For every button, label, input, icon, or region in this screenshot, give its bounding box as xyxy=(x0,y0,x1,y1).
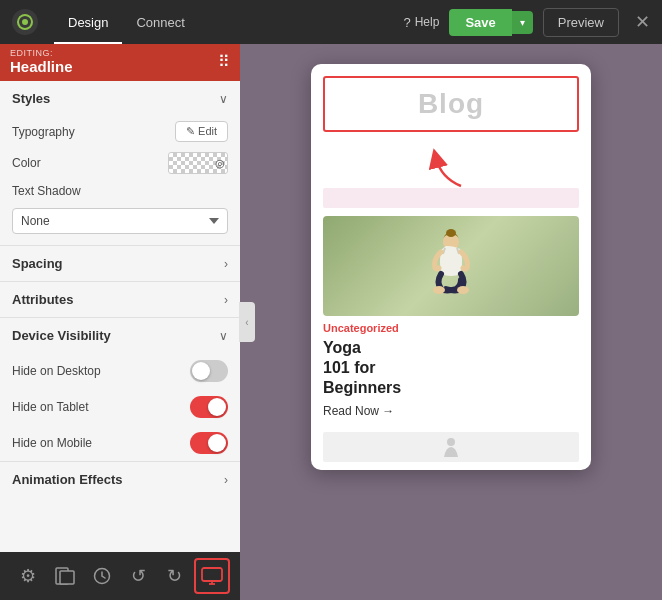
screen-icon[interactable] xyxy=(194,558,230,594)
tab-design[interactable]: Design xyxy=(54,0,122,44)
svg-point-12 xyxy=(447,438,455,446)
editing-element: Headline xyxy=(10,58,73,75)
animation-effects-section-header[interactable]: Animation Effects › xyxy=(0,461,240,497)
styles-section-title: Styles xyxy=(12,91,50,106)
bottom-snippet xyxy=(323,432,579,462)
card-image xyxy=(323,216,579,316)
panel-collapse-handle[interactable]: ‹ xyxy=(239,302,255,342)
main-area: EDITING: Headline ⠿ Styles ∨ Typography … xyxy=(0,44,662,600)
topbar-right: ? Help Save ▾ Preview ✕ xyxy=(403,8,650,37)
hide-desktop-label: Hide on Desktop xyxy=(12,364,101,378)
editing-dots[interactable]: ⠿ xyxy=(218,52,230,71)
save-button-group: Save ▾ xyxy=(449,9,532,36)
layers-icon[interactable] xyxy=(47,558,83,594)
typography-row: Typography ✎ Edit xyxy=(0,116,240,147)
hide-desktop-knob xyxy=(192,362,210,380)
undo-icon[interactable]: ↺ xyxy=(120,558,156,594)
card-content: Uncategorized Yoga101 forBeginners Read … xyxy=(323,316,579,424)
hide-tablet-knob xyxy=(208,398,226,416)
yoga-figure-svg xyxy=(421,224,481,309)
attributes-section-title: Attributes xyxy=(12,292,73,307)
pink-divider xyxy=(323,188,579,208)
editing-label: EDITING: xyxy=(10,48,73,58)
color-picker-icon: ◎ xyxy=(215,157,225,170)
color-swatch[interactable]: ◎ xyxy=(168,152,228,174)
save-button[interactable]: Save xyxy=(449,9,511,36)
card-title: Yoga101 forBeginners xyxy=(323,338,579,398)
card-image-inner xyxy=(323,216,579,316)
blog-card: Uncategorized Yoga101 forBeginners Read … xyxy=(323,216,579,424)
typography-label: Typography xyxy=(12,125,75,139)
help-button[interactable]: ? Help xyxy=(403,15,439,30)
blog-title: Blog xyxy=(418,88,484,119)
hide-desktop-toggle[interactable] xyxy=(190,360,228,382)
hide-tablet-row: Hide on Tablet xyxy=(0,389,240,425)
canvas-area: ‹ Blog xyxy=(240,44,662,600)
bottom-toolbar: ⚙ ↺ ↻ xyxy=(0,552,240,600)
device-visibility-title: Device Visibility xyxy=(12,328,111,343)
text-shadow-row: Text Shadow xyxy=(0,179,240,203)
app-logo xyxy=(12,9,38,35)
animation-effects-chevron: › xyxy=(224,473,228,487)
topbar-tabs: Design Connect xyxy=(54,0,199,44)
styles-section-header[interactable]: Styles ∨ xyxy=(0,81,240,116)
editing-bar: EDITING: Headline ⠿ xyxy=(0,44,240,81)
spacing-chevron: › xyxy=(224,257,228,271)
svg-point-10 xyxy=(433,286,445,294)
attributes-chevron: › xyxy=(224,293,228,307)
svg-point-1 xyxy=(22,19,28,25)
card-category: Uncategorized xyxy=(323,322,579,334)
history-icon[interactable] xyxy=(84,558,120,594)
hide-tablet-label: Hide on Tablet xyxy=(12,400,89,414)
panel-scroll: Styles ∨ Typography ✎ Edit Color ◎ Text … xyxy=(0,81,240,552)
card-read-link[interactable]: Read Now → xyxy=(323,404,579,418)
hide-desktop-row: Hide on Desktop xyxy=(0,353,240,389)
device-visibility-chevron: ∨ xyxy=(219,329,228,343)
color-label: Color xyxy=(12,156,41,170)
preview-button[interactable]: Preview xyxy=(543,8,619,37)
svg-point-11 xyxy=(457,286,469,294)
attributes-section-header[interactable]: Attributes › xyxy=(0,281,240,317)
color-row: Color ◎ xyxy=(0,147,240,179)
blog-header-element[interactable]: Blog xyxy=(323,76,579,132)
arrow-container xyxy=(311,144,591,188)
left-panel: EDITING: Headline ⠿ Styles ∨ Typography … xyxy=(0,44,240,600)
pointer-arrow xyxy=(421,148,481,188)
svg-point-9 xyxy=(446,229,456,237)
spacing-section-title: Spacing xyxy=(12,256,63,271)
text-shadow-dropdown-row: None xyxy=(0,203,240,239)
mobile-preview-frame: Blog xyxy=(311,64,591,470)
svg-rect-5 xyxy=(202,568,222,581)
hide-mobile-knob xyxy=(208,434,226,452)
hide-mobile-toggle[interactable] xyxy=(190,432,228,454)
hide-tablet-toggle[interactable] xyxy=(190,396,228,418)
animation-effects-title: Animation Effects xyxy=(12,472,123,487)
text-shadow-select[interactable]: None xyxy=(12,208,228,234)
styles-chevron: ∨ xyxy=(219,92,228,106)
bottom-snippet-figure xyxy=(436,437,466,457)
device-visibility-section-header[interactable]: Device Visibility ∨ xyxy=(0,317,240,353)
typography-edit-button[interactable]: ✎ Edit xyxy=(175,121,228,142)
redo-icon[interactable]: ↻ xyxy=(157,558,193,594)
settings-icon[interactable]: ⚙ xyxy=(10,558,46,594)
topbar: Design Connect ? Help Save ▾ Preview ✕ xyxy=(0,0,662,44)
tab-connect[interactable]: Connect xyxy=(122,0,198,44)
hide-mobile-row: Hide on Mobile xyxy=(0,425,240,461)
svg-rect-3 xyxy=(60,571,74,584)
hide-mobile-label: Hide on Mobile xyxy=(12,436,92,450)
save-dropdown-button[interactable]: ▾ xyxy=(512,11,533,34)
text-shadow-label: Text Shadow xyxy=(12,184,81,198)
close-button[interactable]: ✕ xyxy=(635,11,650,33)
spacing-section-header[interactable]: Spacing › xyxy=(0,245,240,281)
